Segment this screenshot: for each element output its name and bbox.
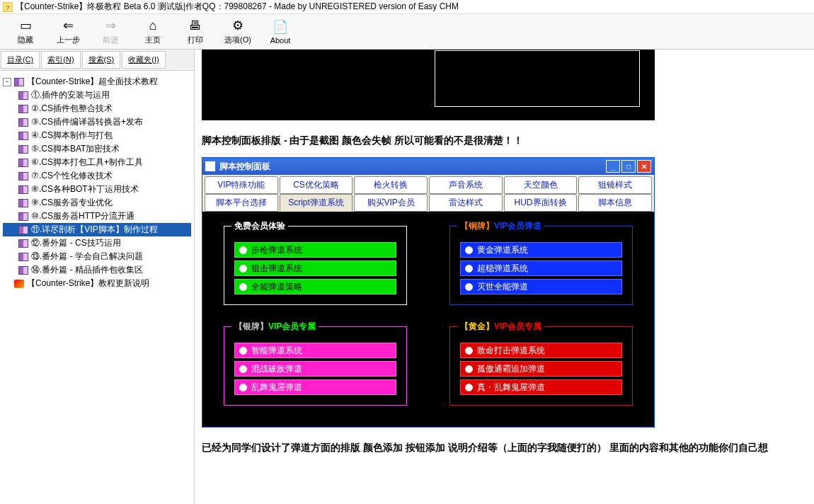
radio-icon	[465, 384, 473, 391]
radio-option[interactable]: 全能弹道策略	[234, 279, 396, 294]
book-icon	[18, 212, 28, 221]
option-label: 混战破敌弹道	[251, 363, 302, 375]
tree-item-label: ⑫.番外篇 - CS技巧运用	[31, 237, 121, 249]
tree-item-label: ⑩.CS服务器HTTP分流开通	[31, 210, 134, 222]
hot-icon	[14, 280, 24, 288]
panel-tab[interactable]: 脚本平台选择	[205, 194, 278, 212]
book-icon	[18, 132, 28, 140]
panel-tab[interactable]: 脚本信息	[578, 194, 652, 212]
contents-tree: − 【Counter-Strike】超全面技术教程 ①.插件的安装与运用②.CS…	[0, 71, 194, 294]
radio-icon	[465, 265, 473, 273]
tree-item[interactable]: ④.CS脚本制作与打包	[3, 129, 191, 142]
tree-item[interactable]: ③.CS插件编译器转换器+发布	[3, 115, 191, 129]
home-button[interactable]: ⌂主页	[132, 16, 174, 47]
tab-search[interactable]: 搜索(S)	[82, 51, 121, 69]
tree-root[interactable]: − 【Counter-Strike】超全面技术教程	[3, 75, 191, 88]
collapse-icon[interactable]: −	[3, 78, 11, 86]
tab-favorites[interactable]: 收藏夹(I)	[122, 51, 165, 69]
book-icon	[18, 185, 28, 194]
radio-option[interactable]: 乱舞鬼屋弹道	[234, 379, 396, 395]
tree-item-label: ①.插件的安装与运用	[31, 89, 110, 101]
content-area: 脚本控制面板排版 - 由于是截图 颜色会失帧 所以可能看的不是很清楚！！ 脚本控…	[195, 50, 814, 504]
tree-item[interactable]: ⑩.CS服务器HTTP分流开通	[3, 210, 191, 223]
hide-icon: ▭	[20, 18, 32, 33]
panel-body: 免费会员体验 步枪弹道系统狙击弹道系统全能弹道策略 【铜牌】VIP会员弹道 黄金…	[202, 212, 654, 427]
panel-tab[interactable]: HUD界面转换	[504, 194, 578, 212]
panel-tab[interactable]: 购买VIP会员	[354, 194, 428, 212]
tree-item[interactable]: ⑨.CS服务器专业优化	[3, 196, 191, 210]
tree-item-label: ⑥.CS脚本打包工具+制作工具	[31, 156, 143, 168]
tree-item[interactable]: ⑬.番外篇 - 学会自己解决问题	[3, 250, 191, 263]
group-silver: 【银牌】VIP会员专属 智能弹道系统混战破敌弹道乱舞鬼屋弹道	[224, 326, 407, 406]
tree-update[interactable]: 【Counter-Strike】教程更新说明	[3, 277, 191, 290]
panel-app-icon	[205, 161, 215, 171]
panel-tab[interactable]: VIP特殊功能	[205, 176, 278, 194]
radio-option[interactable]: 步枪弹道系统	[234, 242, 396, 258]
panel-title: 脚本控制面板	[219, 161, 606, 173]
print-icon: 🖶	[189, 18, 202, 33]
radio-option[interactable]: 黄金弹道系统	[460, 242, 622, 258]
sidebar-tabs: 目录(C) 索引(N) 搜索(S) 收藏夹(I)	[0, 50, 194, 71]
panel-tab[interactable]: 枪火转换	[354, 176, 428, 194]
panel-titlebar: 脚本控制面板 _ □ ✕	[202, 158, 654, 175]
hide-button[interactable]: ▭隐藏	[4, 16, 47, 47]
home-icon: ⌂	[149, 18, 157, 33]
tree-item[interactable]: ⑧.CS各种BOT补丁运用技术	[3, 183, 191, 196]
radio-option[interactable]: 智能弹道系统	[234, 343, 396, 358]
group-gold: 【黄金】VIP会员专属 致命打击弹道系统孤傲通霸追加弹道真・乱舞鬼屋弹道	[449, 326, 633, 406]
svg-text:?: ?	[6, 3, 9, 11]
radio-option[interactable]: 混战破敌弹道	[234, 361, 396, 377]
tree-item[interactable]: ②.CS插件包整合技术	[3, 102, 191, 115]
book-icon	[18, 91, 28, 100]
about-button[interactable]: 📄About	[259, 16, 302, 47]
book-icon	[18, 266, 28, 275]
prior-screenshot-placeholder	[202, 50, 655, 120]
tree-item[interactable]: ①.插件的安装与运用	[3, 88, 191, 102]
panel-tab[interactable]: 天空颜色	[504, 176, 578, 194]
tree-item-label: ③.CS插件编译器转换器+发布	[31, 116, 143, 128]
book-icon	[18, 253, 28, 261]
about-icon: 📄	[273, 19, 288, 35]
radio-option[interactable]: 灭世全能弹道	[460, 279, 622, 294]
tree-item[interactable]: ⑤.CS脚本BAT加密技术	[3, 142, 191, 156]
tab-index[interactable]: 索引(N)	[41, 51, 80, 69]
group-gold-title: 【黄金】VIP会员专属	[457, 321, 544, 333]
options-button[interactable]: ⚙选项(O)	[217, 16, 259, 47]
maximize-button[interactable]: □	[621, 160, 636, 173]
radio-option[interactable]: 狙击弹道系统	[234, 260, 396, 276]
forward-icon: ⇒	[105, 18, 116, 33]
group-bronze: 【铜牌】VIP会员弹道 黄金弹道系统超稳弹道系统灭世全能弹道	[449, 226, 633, 305]
panel-tab[interactable]: Script弹道系统	[280, 194, 353, 212]
panel-tab[interactable]: 声音系统	[429, 176, 503, 194]
back-button[interactable]: ⇐上一步	[47, 16, 89, 47]
radio-option[interactable]: 致命打击弹道系统	[460, 343, 622, 358]
book-icon	[18, 118, 28, 127]
radio-icon	[239, 384, 247, 391]
tree-item[interactable]: ⑦.CS个性化修改技术	[3, 169, 191, 183]
window-title: 【Counter-Strike】终极教程 Beta 6.0 测试版|作者QQ：7…	[16, 1, 459, 13]
radio-icon	[465, 283, 473, 291]
panel-tab[interactable]: 狙镜样式	[578, 176, 652, 194]
option-label: 灭世全能弹道	[477, 281, 528, 293]
print-button[interactable]: 🖶打印	[174, 16, 217, 47]
tree-item-label: ②.CS插件包整合技术	[31, 103, 113, 115]
minimize-button[interactable]: _	[606, 160, 620, 173]
radio-icon	[239, 283, 247, 291]
panel-tab[interactable]: CS优化策略	[280, 176, 353, 194]
tree-item[interactable]: ⑪.详尽剖析【VIP脚本】制作过程	[3, 223, 191, 236]
radio-option[interactable]: 超稳弹道系统	[460, 260, 622, 276]
tab-contents[interactable]: 目录(C)	[1, 51, 40, 69]
tree-item[interactable]: ⑫.番外篇 - CS技巧运用	[3, 236, 191, 250]
radio-icon	[239, 365, 247, 373]
forward-button: ⇒前进	[89, 16, 132, 47]
radio-icon	[465, 246, 473, 254]
tree-item[interactable]: ⑭.番外篇 - 精品插件包收集区	[3, 263, 191, 277]
radio-option[interactable]: 孤傲通霸追加弹道	[460, 361, 622, 377]
help-icon: ?	[3, 2, 13, 12]
radio-option[interactable]: 真・乱舞鬼屋弹道	[460, 379, 622, 395]
group-bronze-title: 【铜牌】VIP会员弹道	[457, 220, 544, 232]
tree-item[interactable]: ⑥.CS脚本打包工具+制作工具	[3, 156, 191, 169]
option-label: 乱舞鬼屋弹道	[251, 382, 302, 394]
close-button[interactable]: ✕	[637, 160, 651, 173]
panel-tab[interactable]: 雷达样式	[429, 194, 503, 212]
